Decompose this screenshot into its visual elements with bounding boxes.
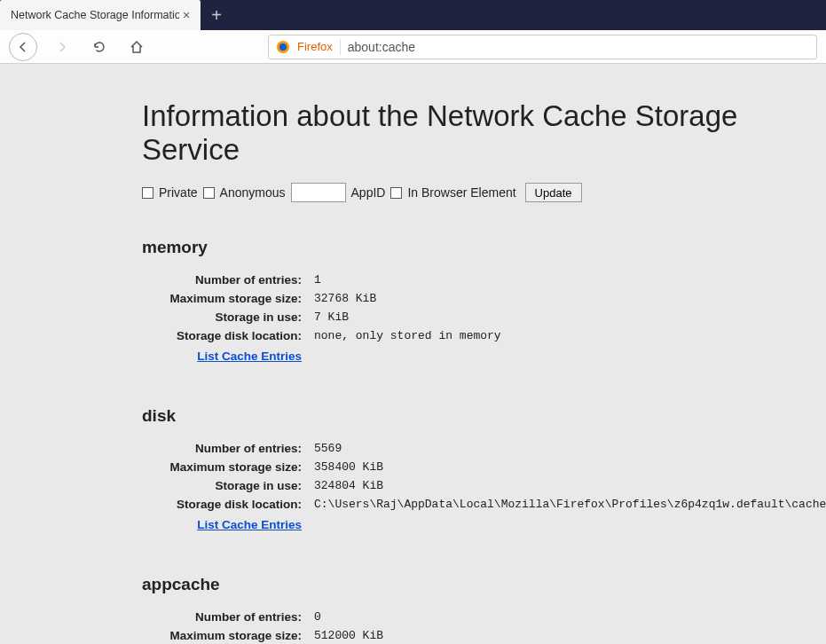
- section-appcache: appcache Number of entries: 0 Maximum st…: [142, 575, 826, 644]
- private-checkbox[interactable]: [142, 187, 153, 199]
- home-icon: [130, 40, 144, 54]
- firefox-icon: [276, 40, 290, 54]
- value-disk-location: C:\Users\Raj\AppData\Local\Mozilla\Firef…: [314, 498, 826, 511]
- label-in-use: Storage in use:: [142, 310, 302, 324]
- section-title-memory: memory: [142, 238, 826, 257]
- value-appcache-max-size: 512000 KiB: [314, 629, 826, 642]
- arrow-right-icon: [55, 40, 69, 54]
- update-button[interactable]: Update: [525, 183, 582, 202]
- close-tab-icon[interactable]: ×: [179, 8, 193, 22]
- home-button[interactable]: [124, 35, 149, 59]
- reload-button[interactable]: [87, 35, 112, 59]
- anonymous-checkbox[interactable]: [203, 187, 215, 199]
- info-table-memory: Number of entries: 1 Maximum storage siz…: [142, 273, 826, 364]
- section-disk: disk Number of entries: 5569 Maximum sto…: [142, 406, 826, 532]
- value-appcache-entries: 0: [314, 610, 826, 624]
- toolbar: Firefox about:cache: [0, 30, 826, 64]
- value-disk-max-size: 358400 KiB: [314, 460, 826, 474]
- url-divider: [340, 39, 341, 55]
- label-max-size: Maximum storage size:: [142, 460, 302, 474]
- arrow-left-icon: [16, 40, 30, 54]
- value-memory-max-size: 32768 KiB: [314, 292, 826, 305]
- value-disk-entries: 5569: [314, 442, 826, 455]
- info-table-disk: Number of entries: 5569 Maximum storage …: [142, 442, 826, 532]
- in-browser-checkbox[interactable]: [390, 187, 402, 199]
- label-location: Storage disk location:: [142, 498, 302, 511]
- svg-point-1: [279, 43, 287, 51]
- new-tab-button[interactable]: +: [201, 0, 232, 30]
- list-cache-link-disk[interactable]: List Cache Entries: [197, 518, 302, 531]
- value-memory-entries: 1: [314, 273, 826, 287]
- titlebar: Network Cache Storage Information × +: [0, 0, 826, 30]
- list-cache-link-memory[interactable]: List Cache Entries: [197, 349, 302, 363]
- value-memory-in-use: 7 KiB: [314, 310, 826, 324]
- section-title-disk: disk: [142, 406, 826, 426]
- back-button[interactable]: [9, 33, 37, 61]
- value-disk-in-use: 324804 KiB: [314, 479, 826, 492]
- url-bar[interactable]: Firefox about:cache: [268, 35, 817, 59]
- appid-label: AppID: [351, 185, 386, 200]
- section-title-appcache: appcache: [142, 575, 826, 594]
- label-location: Storage disk location:: [142, 329, 302, 342]
- value-memory-location: none, only stored in memory: [314, 329, 826, 342]
- label-entries: Number of entries:: [142, 273, 302, 287]
- info-table-appcache: Number of entries: 0 Maximum storage siz…: [142, 610, 826, 644]
- in-browser-label: In Browser Element: [407, 185, 515, 200]
- section-memory: memory Number of entries: 1 Maximum stor…: [142, 238, 826, 364]
- private-label: Private: [159, 185, 198, 200]
- options-row: Private Anonymous AppID In Browser Eleme…: [142, 183, 826, 202]
- label-entries: Number of entries:: [142, 610, 302, 624]
- forward-button[interactable]: [50, 35, 75, 59]
- label-in-use: Storage in use:: [142, 479, 302, 492]
- page-title: Information about the Network Cache Stor…: [142, 99, 826, 167]
- anonymous-label: Anonymous: [220, 185, 286, 200]
- reload-icon: [92, 40, 106, 54]
- tab-title: Network Cache Storage Information: [11, 9, 179, 21]
- label-max-size: Maximum storage size:: [142, 629, 302, 642]
- appid-input[interactable]: [291, 183, 346, 202]
- url-text: about:cache: [348, 40, 415, 54]
- content-area: Information about the Network Cache Stor…: [0, 64, 826, 644]
- label-max-size: Maximum storage size:: [142, 292, 302, 305]
- browser-name: Firefox: [297, 40, 333, 53]
- browser-tab[interactable]: Network Cache Storage Information ×: [0, 0, 201, 30]
- label-entries: Number of entries:: [142, 442, 302, 455]
